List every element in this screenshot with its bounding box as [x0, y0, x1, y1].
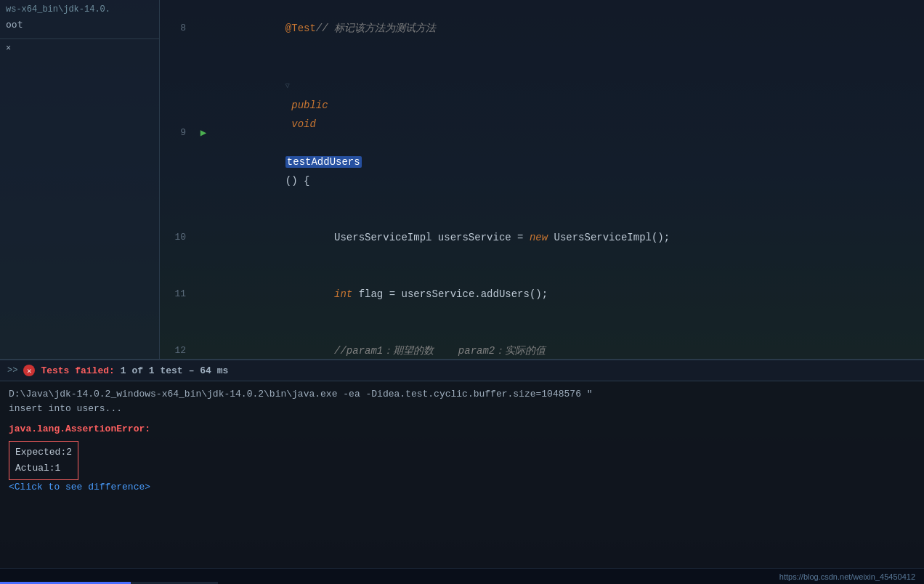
sidebar-tab-bar: ×	[0, 38, 159, 58]
error-icon: ✕	[23, 365, 35, 376]
code-text-10b: UsersServiceImpl();	[548, 232, 670, 243]
run-test-icon[interactable]: ▶	[200, 123, 206, 142]
panel-content: D:\Java\jdk-14.0.2_windows-x64_bin\jdk-1…	[0, 381, 924, 568]
line-content-12[interactable]: //param1：期望的数 param2：实际的值	[212, 323, 924, 359]
click-diff-link[interactable]: <Click to see difference>	[9, 482, 150, 492]
method-sig-9: () {	[285, 175, 310, 187]
sidebar-root: oot	[0, 16, 159, 33]
console-cmd-line: D:\Java\jdk-14.0.2_windows-x64_bin\jdk-1…	[9, 387, 915, 402]
code-line-11: 11 int flag = usersService.addUsers();	[160, 266, 924, 323]
kw-new-10: new	[530, 232, 548, 243]
panel-title-time: – 64 ms	[189, 365, 229, 376]
line-number-8: 8	[160, 19, 195, 38]
expected-line: Expected:2	[15, 445, 72, 461]
panel-title-count: 1 of 1 test	[121, 365, 183, 376]
line-number-12: 12	[160, 341, 195, 359]
panel-title-failed: Tests failed:	[41, 365, 114, 376]
ide-container: ws-x64_bin\jdk-14.0. oot × 8 @Test// 标记该…	[0, 0, 924, 584]
code-line-10: 10 UsersServiceImpl usersService = new U…	[160, 209, 924, 266]
error-class-line: java.lang.AssertionError:	[9, 422, 915, 437]
code-text-11b: flag = usersService.addUsers();	[352, 288, 548, 300]
annotation-test: @Test	[285, 23, 316, 34]
line-content-8[interactable]: @Test// 标记该方法为测试方法	[212, 0, 924, 57]
actual-line: Actual:1	[15, 461, 72, 476]
comment-12: //param1：期望的数 param2：实际的值	[285, 345, 546, 357]
panel-header: >> ✕ Tests failed: 1 of 1 test – 64 ms	[0, 360, 924, 381]
line-content-11[interactable]: int flag = usersService.addUsers();	[212, 266, 924, 323]
status-url: https://blog.csdn.net/weixin_45450412	[779, 572, 915, 581]
comment-8: // 标记该方法为测试方法	[316, 23, 436, 34]
line-number-9: 9	[160, 123, 195, 142]
code-main-area: 8 @Test// 标记该方法为测试方法 9 ▶ ▽ public	[160, 0, 924, 359]
code-text-10: UsersServiceImpl usersService =	[285, 232, 530, 243]
line-content-10[interactable]: UsersServiceImpl usersService = new User…	[212, 209, 924, 266]
code-text-11a	[285, 288, 334, 300]
fold-icon-9: ▽	[285, 82, 290, 90]
bottom-test-panel: >> ✕ Tests failed: 1 of 1 test – 64 ms D…	[0, 359, 924, 584]
method-name-highlight: testAddUsers	[285, 156, 362, 168]
actual-value: :1	[49, 463, 61, 474]
sidebar-close-button[interactable]: ×	[0, 42, 159, 55]
line-content-9[interactable]: ▽ public void testAddUsers () {	[212, 57, 924, 209]
code-line-9: 9 ▶ ▽ public void testAddUsers () {	[160, 57, 924, 209]
code-line-12: 12 //param1：期望的数 param2：实际的值	[160, 323, 924, 359]
code-line-8: 8 @Test// 标记该方法为测试方法	[160, 0, 924, 57]
expected-label: Expected	[15, 447, 60, 458]
actual-label: Actual	[15, 463, 49, 474]
sidebar-left: ws-x64_bin\jdk-14.0. oot ×	[0, 0, 160, 359]
kw-public-9: public	[285, 100, 328, 111]
panel-expand-button[interactable]: >>	[7, 365, 17, 376]
console-insert-line: insert into users...	[9, 402, 915, 416]
expected-actual-box: Expected:2 Actual:1	[9, 441, 78, 480]
sidebar-path: ws-x64_bin\jdk-14.0.	[0, 3, 159, 16]
expected-value: :2	[60, 447, 72, 458]
code-lines: 8 @Test// 标记该方法为测试方法 9 ▶ ▽ public	[160, 0, 924, 359]
line-number-11: 11	[160, 285, 195, 304]
kw-void-9: void	[285, 118, 316, 130]
status-bar: https://blog.csdn.net/weixin_45450412	[0, 568, 924, 584]
code-editor: ws-x64_bin\jdk-14.0. oot × 8 @Test// 标记该…	[0, 0, 924, 359]
line-number-10: 10	[160, 228, 195, 247]
kw-int-11: int	[334, 288, 352, 300]
line-gutter-9: ▶	[195, 123, 212, 142]
